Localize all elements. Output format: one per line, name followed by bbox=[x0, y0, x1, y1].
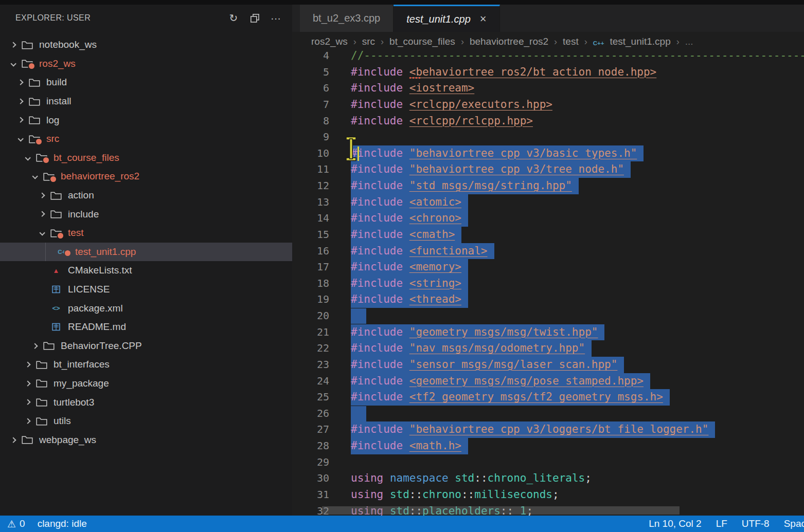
code-line[interactable]: 17#include <memory> bbox=[292, 259, 804, 276]
tree-item-bt_interfaces[interactable]: bt_interfaces bbox=[0, 355, 292, 374]
tree-item-bt_course_files[interactable]: bt_course_files bbox=[0, 149, 292, 168]
code-line[interactable]: 31using std::chrono::milliseconds; bbox=[292, 487, 804, 503]
tree-item-CMakeLists.txt[interactable]: ▲CMakeLists.txt bbox=[0, 261, 292, 280]
tree-item-log[interactable]: log bbox=[0, 111, 292, 130]
encoding-indicator[interactable]: UTF-8 bbox=[742, 518, 770, 529]
code-line[interactable]: 12#include "std_msgs/msg/string.hpp" bbox=[292, 178, 804, 194]
code-editor[interactable]: 4//-------------------------------------… bbox=[292, 48, 804, 516]
tree-item-webpage_ws[interactable]: webpage_ws bbox=[0, 430, 292, 449]
code-line[interactable]: 21#include "geometry_msgs/msg/twist.hpp" bbox=[292, 324, 804, 341]
indent-indicator[interactable]: Spac bbox=[784, 518, 804, 529]
warning-count: 0 bbox=[20, 518, 25, 529]
tab-list: bt_u2_ex3.cpptest_unit1.cpp× bbox=[300, 5, 500, 32]
code-line[interactable]: 20 bbox=[292, 308, 804, 324]
tree-item-src[interactable]: src bbox=[0, 130, 292, 149]
code-line[interactable]: 19#include <thread> bbox=[292, 291, 804, 308]
tree-item-my_package[interactable]: my_package bbox=[0, 374, 292, 393]
tree-item-LICENSE[interactable]: LICENSE bbox=[0, 280, 292, 299]
tree-item-test[interactable]: test bbox=[0, 224, 292, 243]
breadcrumb-item[interactable]: ros2_ws bbox=[311, 36, 348, 47]
chevron-right-icon bbox=[22, 381, 34, 386]
more-actions-icon[interactable]: ··· bbox=[270, 12, 282, 24]
problems-indicator[interactable]: ⚠ 0 bbox=[7, 518, 25, 530]
code-line[interactable]: 8#include <rclcpp/rclcpp.hpp> bbox=[292, 113, 804, 130]
tree-item-test_unit1.cpp[interactable]: C++test_unit1.cpp bbox=[0, 243, 292, 262]
tab-bt_u2_ex3.cpp[interactable]: bt_u2_ex3.cpp bbox=[300, 5, 394, 32]
tree-item-label: BehaviorTree.CPP bbox=[61, 340, 142, 352]
selection-highlight: #include "std_msgs/msg/string.hpp" bbox=[351, 178, 579, 194]
code-line[interactable]: 7#include <rclcpp/executors.hpp> bbox=[292, 97, 804, 113]
problem-badge bbox=[57, 232, 64, 240]
folder-icon bbox=[48, 191, 64, 200]
tree-item-label: log bbox=[46, 115, 59, 126]
code-line[interactable]: 26 bbox=[292, 406, 804, 422]
breadcrumb-item[interactable]: test bbox=[563, 36, 579, 47]
folder-icon bbox=[20, 435, 35, 444]
tree-item-package.xml[interactable]: <>package.xml bbox=[0, 299, 292, 318]
tab-close-icon[interactable]: × bbox=[480, 13, 487, 25]
code-text: #include <chrono> bbox=[329, 210, 468, 227]
code-line[interactable]: 23#include "sensor_msgs/msg/laser_scan.h… bbox=[292, 357, 804, 373]
breadcrumb-item[interactable]: bt_course_files bbox=[389, 36, 455, 47]
line-number: 20 bbox=[292, 308, 329, 324]
code-line[interactable]: 22#include "nav_msgs/msg/odometry.hpp" bbox=[292, 340, 804, 357]
tree-item-turtlebot3[interactable]: turtlebot3 bbox=[0, 393, 292, 412]
tree-item-build[interactable]: build bbox=[0, 73, 292, 92]
tree-item-install[interactable]: install bbox=[0, 92, 292, 111]
code-text: #include <tf2_geometry_msgs/tf2_geometry… bbox=[329, 389, 670, 406]
folder-icon bbox=[34, 360, 49, 369]
line-number: 8 bbox=[292, 113, 329, 130]
code-line[interactable]: 5#include <behaviortree_ros2/bt_action_n… bbox=[292, 64, 804, 81]
tree-item-BehaviorTree.CPP[interactable]: BehaviorTree.CPP bbox=[0, 337, 292, 356]
tree-item-include[interactable]: include bbox=[0, 205, 292, 224]
breadcrumb-separator: › bbox=[584, 36, 587, 47]
code-line[interactable]: 25#include <tf2_geometry_msgs/tf2_geomet… bbox=[292, 389, 804, 406]
code-line[interactable]: 11#include "behaviortree_cpp_v3/tree_nod… bbox=[292, 161, 804, 178]
code-line[interactable]: 13#include <atomic> bbox=[292, 194, 804, 211]
code-line[interactable]: 28#include <math.h> bbox=[292, 438, 804, 454]
horizontal-scrollbar[interactable] bbox=[322, 506, 680, 515]
tree-item-utils[interactable]: utils bbox=[0, 412, 292, 431]
tree-item-label: CMakeLists.txt bbox=[68, 265, 132, 276]
chevron-right-icon bbox=[7, 43, 20, 47]
code-line[interactable]: 27#include "behaviortree_cpp_v3/loggers/… bbox=[292, 421, 804, 438]
code-line[interactable]: 9 bbox=[292, 129, 804, 145]
code-text: #include <geometry_msgs/msg/pose_stamped… bbox=[329, 373, 650, 390]
tree-item-ros2_ws[interactable]: ros2_ws bbox=[0, 54, 292, 74]
problem-badge bbox=[28, 62, 35, 70]
refresh-icon[interactable]: ↻ bbox=[227, 12, 240, 24]
cursor-position[interactable]: Ln 10, Col 2 bbox=[649, 518, 701, 529]
tree-item-action[interactable]: action bbox=[0, 186, 292, 205]
warning-icon: ⚠ bbox=[7, 518, 16, 530]
code-line[interactable]: 6#include <iostream> bbox=[292, 80, 804, 97]
breadcrumb-item[interactable]: src bbox=[362, 36, 375, 47]
code-line[interactable]: 10#include "behaviortree_cpp_v3/basic_ty… bbox=[292, 145, 804, 162]
code-line[interactable]: 15#include <cmath> bbox=[292, 227, 804, 243]
tree-item-notebook_ws[interactable]: notebook_ws bbox=[0, 35, 292, 54]
breadcrumb-item[interactable]: behaviortree_ros2 bbox=[470, 36, 548, 47]
code-line[interactable]: 14#include <chrono> bbox=[292, 210, 804, 227]
book-file-icon bbox=[48, 323, 64, 331]
explorer-header-actions: ↻ ··· bbox=[227, 12, 282, 24]
tree-item-behaviortree_ros2[interactable]: behaviortree_ros2 bbox=[0, 167, 292, 186]
clangd-status[interactable]: clangd: idle bbox=[38, 518, 87, 529]
collapse-folders-icon[interactable] bbox=[248, 12, 261, 24]
code-line[interactable]: 4//-------------------------------------… bbox=[292, 48, 804, 64]
code-line[interactable]: 24#include <geometry_msgs/msg/pose_stamp… bbox=[292, 373, 804, 390]
folder-icon bbox=[20, 59, 35, 68]
code-line[interactable]: 18#include <string> bbox=[292, 276, 804, 292]
explorer-title: EXPLORER: USER bbox=[15, 13, 227, 23]
code-line[interactable]: 16#include <functional> bbox=[292, 243, 804, 260]
chevron-down-icon bbox=[14, 137, 27, 141]
code-text: #include <cmath> bbox=[329, 227, 461, 243]
eol-indicator[interactable]: LF bbox=[716, 518, 727, 529]
tree-item-README.md[interactable]: README.md bbox=[0, 318, 292, 337]
folder-icon bbox=[48, 210, 64, 218]
breadcrumb-item[interactable]: ... bbox=[685, 36, 693, 47]
tree-item-label: webpage_ws bbox=[39, 434, 96, 446]
code-line[interactable]: 29 bbox=[292, 454, 804, 471]
code-line[interactable]: 30using namespace std::chrono_literals; bbox=[292, 470, 804, 487]
breadcrumb-item[interactable]: test_unit1.cpp bbox=[610, 36, 670, 47]
tab-test_unit1.cpp[interactable]: test_unit1.cpp× bbox=[394, 5, 499, 32]
problem-badge bbox=[42, 156, 50, 164]
